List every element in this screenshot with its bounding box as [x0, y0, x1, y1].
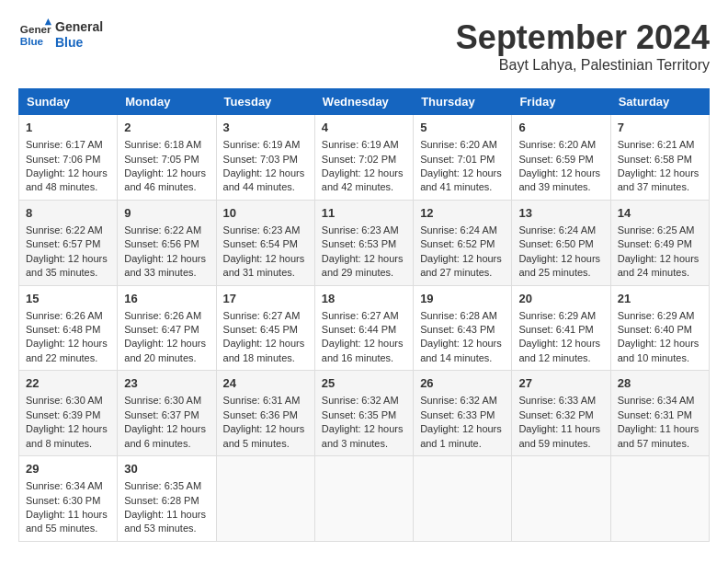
day-info-line: Sunrise: 6:33 AM [518, 394, 603, 408]
calendar-table: SundayMondayTuesdayWednesdayThursdayFrid… [18, 88, 710, 542]
day-info-line: Sunset: 6:43 PM [420, 323, 505, 337]
day-of-week-header: Friday [512, 89, 610, 115]
day-number: 20 [518, 291, 603, 307]
logo-blue-text: Blue [55, 35, 103, 51]
day-info-line: and 33 minutes. [124, 266, 209, 280]
day-info-line: Sunrise: 6:23 AM [322, 224, 406, 237]
day-of-week-header: Monday [118, 89, 216, 115]
day-info-line: Sunset: 6:53 PM [322, 237, 406, 251]
day-number: 3 [223, 120, 308, 136]
svg-text:Blue: Blue [20, 35, 44, 47]
day-info-line: Daylight: 12 hours [124, 422, 209, 436]
location-subtitle: Bayt Lahya, Palestinian Territory [456, 57, 710, 74]
day-info-line: Sunset: 6:57 PM [26, 237, 110, 251]
calendar-day-cell: 29Sunrise: 6:34 AMSunset: 6:30 PMDayligh… [19, 456, 118, 542]
day-info-line: and 44 minutes. [223, 180, 308, 194]
day-info-line: Daylight: 12 hours [26, 337, 110, 350]
day-info-line: Daylight: 12 hours [322, 167, 406, 180]
day-info-line: and 14 minutes. [420, 351, 505, 365]
day-info-line: Daylight: 12 hours [124, 167, 209, 180]
day-number: 6 [518, 120, 603, 136]
calendar-day-cell [414, 456, 512, 542]
day-info-line: Sunset: 6:30 PM [26, 494, 110, 508]
day-info-line: and 6 minutes. [124, 437, 209, 451]
day-info-line: Sunset: 7:01 PM [420, 153, 505, 167]
day-info-line: Sunset: 6:37 PM [124, 408, 209, 422]
calendar-day-cell: 15Sunrise: 6:26 AMSunset: 6:48 PMDayligh… [19, 285, 118, 371]
day-info-line: Daylight: 12 hours [223, 337, 308, 350]
day-info-line: and 39 minutes. [518, 180, 603, 194]
calendar-day-cell: 26Sunrise: 6:32 AMSunset: 6:33 PMDayligh… [414, 371, 512, 456]
calendar-day-cell [610, 456, 709, 542]
day-info-line: Sunrise: 6:24 AM [518, 224, 603, 237]
day-number: 25 [322, 375, 406, 392]
calendar-day-cell: 8Sunrise: 6:22 AMSunset: 6:57 PMDaylight… [19, 200, 118, 285]
day-number: 17 [223, 291, 308, 307]
calendar-day-cell: 6Sunrise: 6:20 AMSunset: 6:59 PMDaylight… [512, 115, 610, 201]
day-info-line: Daylight: 12 hours [322, 422, 406, 436]
logo-icon: General Blue [18, 18, 51, 52]
day-info-line: Sunrise: 6:19 AM [322, 138, 406, 152]
day-number: 2 [124, 120, 209, 136]
calendar-week-row: 8Sunrise: 6:22 AMSunset: 6:57 PMDaylight… [19, 200, 710, 285]
day-info-line: and 12 minutes. [518, 351, 603, 365]
day-info-line: Sunrise: 6:30 AM [26, 394, 110, 408]
calendar-day-cell: 9Sunrise: 6:22 AMSunset: 6:56 PMDaylight… [118, 200, 216, 285]
day-info-line: Sunset: 7:05 PM [124, 153, 209, 167]
calendar-day-cell: 16Sunrise: 6:26 AMSunset: 6:47 PMDayligh… [118, 285, 216, 371]
day-number: 10 [223, 205, 308, 222]
day-info-line: and 27 minutes. [420, 266, 505, 280]
day-info-line: Sunrise: 6:18 AM [124, 138, 209, 152]
day-info-line: Sunset: 6:49 PM [618, 237, 702, 251]
calendar-week-row: 22Sunrise: 6:30 AMSunset: 6:39 PMDayligh… [19, 371, 710, 456]
day-info-line: and 37 minutes. [618, 180, 702, 194]
day-info-line: and 8 minutes. [26, 437, 110, 451]
day-info-line: Daylight: 12 hours [26, 167, 110, 180]
day-info-line: and 48 minutes. [26, 180, 110, 194]
calendar-day-cell: 4Sunrise: 6:19 AMSunset: 7:02 PMDaylight… [314, 115, 413, 201]
day-number: 21 [618, 291, 702, 307]
day-info-line: and 16 minutes. [322, 351, 406, 365]
day-info-line: Daylight: 12 hours [420, 252, 505, 266]
day-info-line: Sunrise: 6:24 AM [420, 224, 505, 237]
day-info-line: Daylight: 12 hours [420, 167, 505, 180]
calendar-day-cell [512, 456, 610, 542]
day-number: 29 [26, 461, 110, 477]
day-number: 26 [420, 375, 505, 392]
calendar-day-cell: 30Sunrise: 6:35 AMSunset: 6:28 PMDayligh… [118, 456, 216, 542]
day-number: 23 [124, 375, 209, 392]
calendar-day-cell: 11Sunrise: 6:23 AMSunset: 6:53 PMDayligh… [314, 200, 413, 285]
day-info-line: Sunrise: 6:35 AM [124, 479, 209, 493]
day-info-line: Daylight: 12 hours [223, 422, 308, 436]
day-number: 22 [26, 375, 110, 392]
day-info-line: Daylight: 11 hours [26, 508, 110, 522]
calendar-day-cell: 23Sunrise: 6:30 AMSunset: 6:37 PMDayligh… [118, 371, 216, 456]
day-number: 8 [26, 205, 110, 222]
day-number: 28 [618, 375, 702, 392]
day-info-line: Sunset: 6:32 PM [518, 408, 603, 422]
day-info-line: Sunrise: 6:26 AM [26, 309, 110, 323]
day-info-line: Sunrise: 6:22 AM [124, 224, 209, 237]
day-info-line: and 22 minutes. [26, 351, 110, 365]
day-info-line: Daylight: 12 hours [618, 337, 702, 350]
title-block: September 2024 Bayt Lahya, Palestinian T… [456, 18, 710, 74]
day-number: 7 [618, 120, 702, 136]
day-info-line: Sunrise: 6:19 AM [223, 138, 308, 152]
day-info-line: and 31 minutes. [223, 266, 308, 280]
day-info-line: and 57 minutes. [618, 437, 702, 451]
calendar-day-cell: 25Sunrise: 6:32 AMSunset: 6:35 PMDayligh… [314, 371, 413, 456]
day-of-week-header: Sunday [19, 89, 118, 115]
day-info-line: Daylight: 12 hours [518, 167, 603, 180]
day-info-line: and 59 minutes. [518, 437, 603, 451]
day-info-line: Sunset: 6:52 PM [420, 237, 505, 251]
day-info-line: Sunset: 7:06 PM [26, 153, 110, 167]
day-info-line: Sunset: 6:44 PM [322, 323, 406, 337]
calendar-day-cell: 12Sunrise: 6:24 AMSunset: 6:52 PMDayligh… [414, 200, 512, 285]
day-number: 11 [322, 205, 406, 222]
day-info-line: Sunset: 6:28 PM [124, 494, 209, 508]
day-info-line: Daylight: 12 hours [223, 167, 308, 180]
day-info-line: Sunset: 6:31 PM [618, 408, 702, 422]
day-info-line: Sunrise: 6:27 AM [322, 309, 406, 323]
day-info-line: Sunset: 7:03 PM [223, 153, 308, 167]
logo: General Blue General Blue [18, 18, 103, 52]
